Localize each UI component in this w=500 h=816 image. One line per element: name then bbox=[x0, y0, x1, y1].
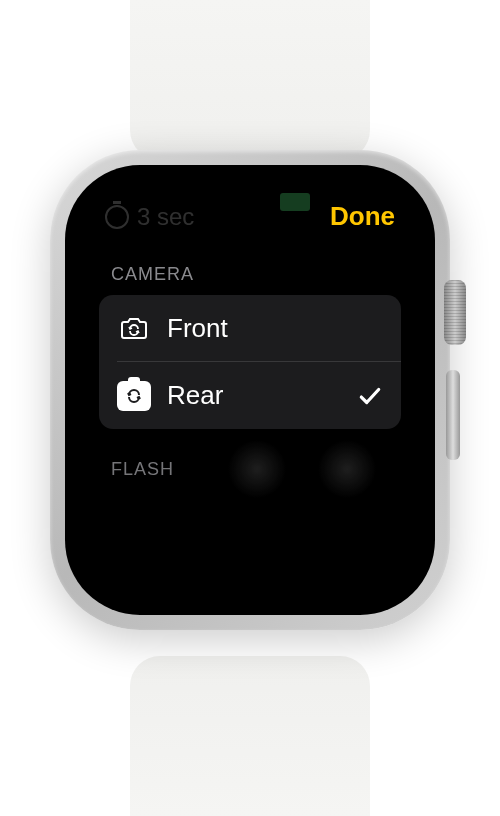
camera-switch-icon-filled bbox=[117, 382, 151, 410]
camera-option-rear[interactable]: Rear bbox=[99, 362, 401, 429]
side-button[interactable] bbox=[446, 370, 460, 460]
camera-options-list: Front Rear bbox=[99, 295, 401, 429]
section-header-flash: FLASH bbox=[93, 429, 407, 490]
timer-icon bbox=[105, 205, 129, 229]
checkmark-icon bbox=[357, 383, 383, 409]
camera-option-front[interactable]: Front bbox=[99, 295, 401, 362]
timer-setting[interactable]: 3 sec bbox=[105, 203, 194, 231]
timer-label: 3 sec bbox=[137, 203, 194, 231]
camera-switch-icon bbox=[117, 315, 151, 343]
watch-band-bottom bbox=[130, 656, 370, 816]
section-header-camera: CAMERA bbox=[93, 242, 407, 295]
done-button[interactable]: Done bbox=[330, 201, 395, 232]
digital-crown[interactable] bbox=[444, 280, 466, 345]
watch-case: 3 sec Done CAMERA bbox=[50, 150, 450, 630]
option-label: Rear bbox=[167, 380, 341, 411]
screen-bezel: 3 sec Done CAMERA bbox=[65, 165, 435, 615]
decorative-blur bbox=[227, 439, 377, 499]
screen: 3 sec Done CAMERA bbox=[85, 185, 415, 595]
toggle-peek bbox=[280, 193, 310, 211]
header-bar: 3 sec Done bbox=[93, 197, 407, 242]
option-label: Front bbox=[167, 313, 383, 344]
watch-band-top bbox=[130, 0, 370, 160]
flash-title: FLASH bbox=[111, 459, 174, 479]
